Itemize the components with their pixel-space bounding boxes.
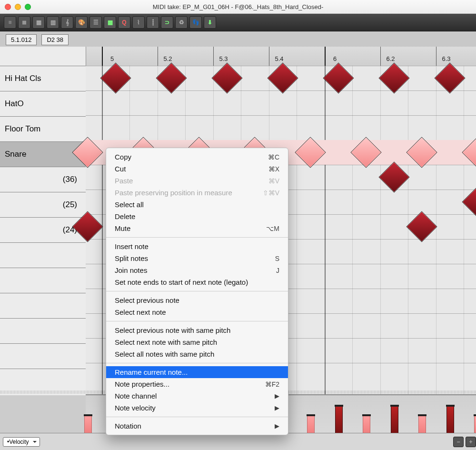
menu-item[interactable]: Note channel▶	[106, 390, 288, 402]
quantize-btn[interactable]: Q	[118, 16, 130, 29]
menu-shortcut: J	[276, 267, 279, 274]
menu-item-label: Paste preserving position in measure	[115, 189, 232, 197]
position-readout[interactable]: 5.1.012	[6, 34, 37, 45]
submenu-arrow-icon: ▶	[275, 422, 279, 430]
menu-item[interactable]: Select next note with same pitch	[106, 336, 288, 348]
menu-item[interactable]: Cut⌘X	[106, 163, 288, 175]
menu-item[interactable]: Mute⌥M	[106, 222, 288, 234]
timeline-ruler[interactable]: 55.25.35.466.26.3	[86, 47, 476, 66]
zoom-out-btn[interactable]: −	[453, 437, 464, 447]
menu-item[interactable]: Insert note	[106, 240, 288, 252]
menu-item[interactable]: Split notesS	[106, 252, 288, 264]
track-row-empty[interactable]	[0, 319, 86, 344]
track-row[interactable]: HatO	[0, 91, 86, 117]
midi-note[interactable]	[379, 162, 409, 192]
ruler-label: 6.2	[386, 55, 395, 62]
view-btn-4[interactable]: ▥	[47, 16, 59, 29]
ruler-label: 5.4	[275, 55, 283, 62]
track-row[interactable]: (36)	[0, 167, 86, 192]
track-row-empty[interactable]	[0, 293, 86, 319]
info-bar: 5.1.012 D2 38	[0, 31, 476, 48]
menu-shortcut: ⌥M	[266, 225, 279, 232]
menu-item-label: Note velocity	[115, 404, 156, 412]
menu-shortcut: S	[275, 255, 279, 262]
track-name-column: Hi Hat ClsHatOFloor TomSnare(36)(25)(24)	[0, 47, 86, 395]
track-row-empty[interactable]	[0, 344, 86, 369]
grid-btn[interactable]: ▦	[104, 16, 116, 29]
menu-item[interactable]: Select previous note	[106, 294, 288, 306]
menu-item[interactable]: Copy⌘C	[106, 151, 288, 163]
velocity-bar[interactable]	[84, 416, 92, 433]
menu-item[interactable]: Rename current note...	[106, 366, 288, 378]
minimize-icon[interactable]	[15, 4, 21, 10]
ruler-density-btn[interactable]: ┋	[147, 16, 159, 29]
view-btn-1[interactable]: ≡	[4, 16, 16, 29]
midi-note[interactable]	[379, 63, 409, 93]
menu-item: Paste⌘V	[106, 175, 288, 187]
midi-note[interactable]	[157, 63, 186, 93]
midi-note[interactable]	[463, 187, 476, 217]
velocity-bar[interactable]	[363, 416, 370, 433]
menu-item[interactable]: Select next note	[106, 306, 288, 318]
menu-item[interactable]: Set note ends to start of next note (leg…	[106, 276, 288, 288]
menu-item[interactable]: Notation▶	[106, 420, 288, 432]
midi-note[interactable]	[101, 63, 130, 93]
editor-toolbar: ≡ ≣ ▦ ▥ 𝄞 🎨 ☰ ▦ Q ⌇ ┋ ⊃ ♻ 👣 ⬇	[0, 14, 476, 31]
zoom-icon[interactable]	[25, 4, 31, 10]
menu-separator	[106, 237, 288, 238]
menu-shortcut: ⇧⌘V	[263, 189, 279, 197]
note-readout[interactable]: D2 38	[41, 34, 69, 45]
menu-item[interactable]: Select previous note with same pitch	[106, 324, 288, 336]
close-icon[interactable]	[5, 4, 11, 10]
menu-item-label: Note properties...	[115, 380, 169, 388]
menu-item[interactable]: Select all notes with same pitch	[106, 348, 288, 360]
menu-item-label: Paste	[115, 177, 133, 185]
ruler-label: 5	[110, 55, 114, 62]
midi-note[interactable]	[407, 212, 436, 241]
velocity-bar[interactable]	[391, 406, 398, 433]
midi-note[interactable]	[212, 63, 242, 93]
track-row[interactable]: (24)	[0, 218, 86, 243]
midi-note[interactable]	[324, 63, 353, 93]
submenu-arrow-icon: ▶	[275, 392, 279, 400]
velocity-bar[interactable]	[418, 416, 426, 433]
tracklist-btn[interactable]: ☰	[89, 16, 102, 29]
midi-note[interactable]	[435, 63, 465, 93]
menu-item-label: Insert note	[115, 242, 149, 250]
velocity-bar[interactable]	[446, 406, 454, 433]
menu-shortcut: ⌘F2	[265, 380, 279, 388]
ruler-label: 5.3	[219, 55, 228, 62]
menu-separator	[106, 363, 288, 363]
midi-note[interactable]	[268, 63, 298, 93]
menu-separator	[106, 291, 288, 291]
cc-lane-btn[interactable]: ⌇	[132, 16, 145, 29]
note-context-menu[interactable]: Copy⌘CCut⌘XPaste⌘VPaste preserving posit…	[106, 148, 288, 435]
velocity-bar[interactable]	[307, 416, 315, 433]
snap-btn[interactable]: ⊃	[161, 16, 173, 29]
track-row[interactable]: (25)	[0, 192, 86, 218]
velocity-bar[interactable]	[335, 406, 343, 433]
cc-lane-selector[interactable]: •Velocity	[3, 437, 40, 447]
zoom-in-btn[interactable]: +	[466, 437, 476, 447]
color-btn[interactable]: 🎨	[75, 16, 88, 29]
menu-item[interactable]: Delete	[106, 210, 288, 222]
track-row[interactable]: Snare	[0, 142, 86, 167]
notation-btn[interactable]: 𝄞	[61, 16, 73, 29]
menu-item-label: Select previous note	[115, 296, 179, 304]
view-btn-3[interactable]: ▦	[32, 16, 45, 29]
velocity-bar[interactable]	[474, 416, 476, 433]
track-row[interactable]: Floor Tom	[0, 117, 86, 142]
track-row[interactable]: Hi Hat Cls	[0, 66, 86, 91]
menu-item[interactable]: Note velocity▶	[106, 402, 288, 414]
misc-btn-1[interactable]: ♻	[175, 16, 188, 29]
ruler-label: 5.2	[163, 55, 172, 62]
menu-item[interactable]: Join notesJ	[106, 264, 288, 276]
insert-btn[interactable]: ⬇	[204, 16, 216, 29]
menu-item-label: Split notes	[115, 254, 148, 262]
view-btn-2[interactable]: ≣	[18, 16, 30, 29]
track-row-empty[interactable]	[0, 243, 86, 268]
step-btn[interactable]: 👣	[189, 16, 202, 29]
track-row-empty[interactable]	[0, 268, 86, 293]
menu-item[interactable]: Note properties...⌘F2	[106, 378, 288, 390]
menu-item[interactable]: Select all	[106, 199, 288, 210]
